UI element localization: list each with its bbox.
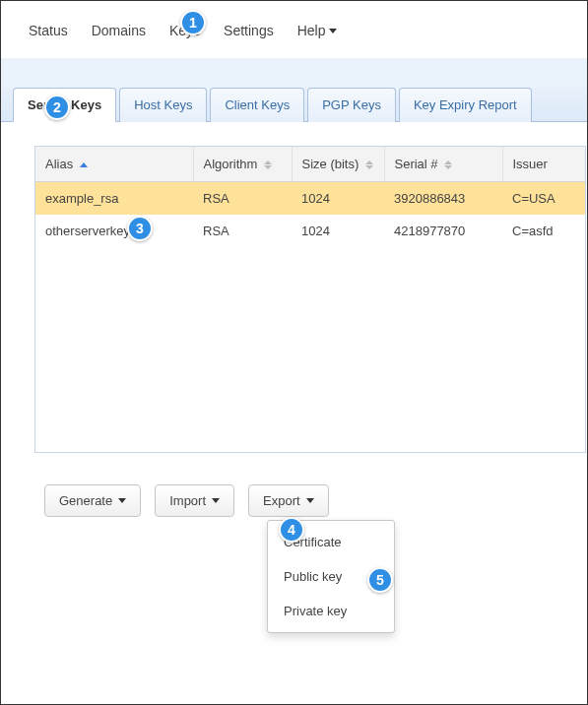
tab-pgp-keys[interactable]: PGP Keys <box>307 88 396 122</box>
import-label: Import <box>169 493 206 508</box>
col-header-alias[interactable]: Alias <box>35 147 193 182</box>
tab-client-keys[interactable]: Client Keys <box>210 88 304 122</box>
cell-serial: 3920886843 <box>384 182 502 216</box>
tab-host-keys[interactable]: Host Keys <box>119 88 207 122</box>
export-button[interactable]: Export <box>248 484 329 517</box>
caret-down-icon <box>306 498 314 503</box>
annotation-marker-4: 4 <box>279 517 304 543</box>
caret-down-icon <box>118 498 126 503</box>
generate-label: Generate <box>59 493 112 508</box>
tab-key-expiry[interactable]: Key Expiry Report <box>399 88 532 122</box>
sort-asc-icon <box>444 160 452 164</box>
sort-asc-icon <box>264 160 272 164</box>
export-private-key[interactable]: Private key <box>268 594 394 628</box>
col-header-alias-label: Alias <box>45 157 73 171</box>
button-row: Generate Import Export Certificate Publi… <box>34 484 587 517</box>
col-header-size[interactable]: Size (bits) <box>292 147 384 182</box>
annotation-marker-5: 5 <box>367 567 393 593</box>
annotation-marker-1: 1 <box>180 10 206 35</box>
cell-alias: example_rsa <box>35 182 193 216</box>
content-area: Alias Algorithm Size (bits) <box>1 122 587 541</box>
col-header-serial[interactable]: Serial # <box>384 147 502 182</box>
menu-domains[interactable]: Domains <box>92 23 146 38</box>
annotation-marker-2: 2 <box>44 95 70 120</box>
cell-size: 1024 <box>292 215 384 247</box>
cell-algorithm: RSA <box>193 182 292 216</box>
col-header-issuer-label: Issuer <box>513 157 548 171</box>
generate-button[interactable]: Generate <box>44 484 141 517</box>
cell-serial: 4218977870 <box>384 215 502 247</box>
sort-asc-icon <box>80 162 88 167</box>
menu-help-label: Help <box>297 23 326 38</box>
keys-table-wrap: Alias Algorithm Size (bits) <box>34 146 586 453</box>
menu-status[interactable]: Status <box>29 23 68 38</box>
cell-alias: otherserverkey <box>35 215 193 247</box>
cell-issuer: C=USA <box>502 182 586 216</box>
cell-algorithm: RSA <box>193 215 292 247</box>
table-row[interactable]: example_rsa RSA 1024 3920886843 C=USA <box>35 182 586 216</box>
sort-icon <box>80 162 88 167</box>
export-label: Export <box>263 493 300 508</box>
import-button[interactable]: Import <box>155 484 234 517</box>
col-header-algorithm[interactable]: Algorithm <box>193 147 292 182</box>
col-header-algorithm-label: Algorithm <box>204 157 258 171</box>
sort-desc-icon <box>264 165 272 169</box>
caret-down-icon <box>329 29 337 33</box>
col-header-size-label: Size (bits) <box>302 157 359 171</box>
sort-asc-icon <box>365 160 373 164</box>
tabs-bar: Server Keys Host Keys Client Keys PGP Ke… <box>1 58 587 122</box>
sort-icon <box>365 160 373 169</box>
cell-size: 1024 <box>292 182 384 216</box>
top-menu: Status Domains Keys Settings Help <box>1 1 587 58</box>
sort-desc-icon <box>444 165 452 169</box>
keys-table: Alias Algorithm Size (bits) <box>35 147 586 247</box>
annotation-marker-3: 3 <box>127 216 153 241</box>
col-header-issuer[interactable]: Issuer <box>502 147 586 182</box>
col-header-serial-label: Serial # <box>395 157 438 171</box>
cell-issuer: C=asfd <box>502 215 586 247</box>
table-row[interactable]: otherserverkey RSA 1024 4218977870 C=asf… <box>35 215 586 247</box>
sort-desc-icon <box>365 165 373 169</box>
menu-help[interactable]: Help <box>297 23 338 38</box>
sort-icon <box>444 160 452 169</box>
caret-down-icon <box>212 498 220 503</box>
sort-icon <box>264 160 272 169</box>
menu-settings[interactable]: Settings <box>224 23 274 38</box>
